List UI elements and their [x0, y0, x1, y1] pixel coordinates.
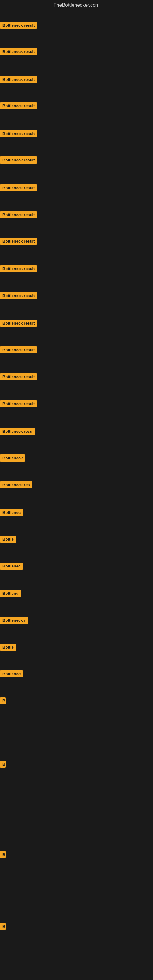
bottleneck-badge-27: B [0, 761, 5, 768]
bottleneck-item-24[interactable]: Bottle [0, 644, 16, 652]
bottleneck-badge-8: Bottleneck result [0, 211, 37, 218]
bottleneck-item-22[interactable]: Bottlend [0, 590, 21, 598]
bottleneck-badge-10: Bottleneck result [0, 265, 37, 272]
bottleneck-item-11[interactable]: Bottleneck result [0, 292, 37, 301]
bottleneck-badge-15: Bottleneck result [0, 400, 37, 407]
bottleneck-item-28[interactable]: B [0, 851, 5, 859]
bottleneck-badge-4: Bottleneck result [0, 102, 37, 109]
bottleneck-item-5[interactable]: Bottleneck result [0, 130, 37, 138]
bottleneck-badge-2: Bottleneck result [0, 48, 37, 55]
bottleneck-item-26[interactable]: B [0, 697, 5, 706]
bottleneck-badge-22: Bottlend [0, 590, 21, 597]
bottleneck-item-3[interactable]: Bottleneck result [0, 76, 37, 84]
bottleneck-item-2[interactable]: Bottleneck result [0, 48, 37, 56]
bottleneck-badge-7: Bottleneck result [0, 185, 37, 191]
bottleneck-badge-12: Bottleneck result [0, 320, 37, 327]
bottleneck-badge-17: Bottleneck [0, 455, 25, 461]
bottleneck-badge-20: Bottle [0, 536, 16, 542]
bottleneck-badge-16: Bottleneck resu [0, 428, 35, 435]
bottleneck-badge-13: Bottleneck result [0, 346, 37, 353]
bottleneck-badge-6: Bottleneck result [0, 156, 37, 164]
bottleneck-badge-23: Bottleneck r [0, 617, 28, 624]
bottleneck-item-21[interactable]: Bottlenec [0, 563, 23, 571]
bottleneck-badge-21: Bottlenec [0, 563, 23, 570]
bottleneck-item-14[interactable]: Bottleneck result [0, 373, 37, 382]
bottleneck-item-7[interactable]: Bottleneck result [0, 185, 37, 192]
bottleneck-item-18[interactable]: Bottleneck res [0, 481, 32, 490]
bottleneck-item-1[interactable]: Bottleneck result [0, 22, 37, 30]
bottleneck-badge-1: Bottleneck result [0, 22, 37, 29]
bottleneck-item-13[interactable]: Bottleneck result [0, 346, 37, 355]
bottleneck-badge-29: B [0, 923, 5, 930]
bottleneck-badge-14: Bottleneck result [0, 373, 37, 380]
bottleneck-badge-19: Bottlenec [0, 509, 23, 516]
bottleneck-badge-26: B [0, 697, 5, 705]
bottleneck-item-10[interactable]: Bottleneck result [0, 265, 37, 274]
bottleneck-badge-5: Bottleneck result [0, 130, 37, 137]
site-title: TheBottlenecker.com [0, 0, 153, 10]
bottleneck-item-25[interactable]: Bottlenec [0, 670, 23, 679]
bottleneck-item-9[interactable]: Bottleneck result [0, 238, 37, 246]
bottleneck-item-8[interactable]: Bottleneck result [0, 211, 37, 220]
bottleneck-item-15[interactable]: Bottleneck result [0, 400, 37, 409]
bottleneck-badge-18: Bottleneck res [0, 481, 32, 488]
bottleneck-badge-24: Bottle [0, 644, 16, 651]
bottleneck-badge-9: Bottleneck result [0, 238, 37, 245]
bottleneck-item-12[interactable]: Bottleneck result [0, 320, 37, 328]
bottleneck-item-19[interactable]: Bottlenec [0, 509, 23, 517]
bottleneck-badge-25: Bottlenec [0, 670, 23, 678]
bottleneck-item-6[interactable]: Bottleneck result [0, 156, 37, 165]
bottleneck-item-23[interactable]: Bottleneck r [0, 617, 28, 625]
bottleneck-item-20[interactable]: Bottle [0, 536, 16, 544]
bottleneck-item-16[interactable]: Bottleneck resu [0, 428, 35, 436]
bottleneck-item-17[interactable]: Bottleneck [0, 455, 25, 463]
bottleneck-item-4[interactable]: Bottleneck result [0, 102, 37, 111]
bottleneck-badge-28: B [0, 851, 5, 858]
bottleneck-badge-11: Bottleneck result [0, 292, 37, 299]
bottleneck-badge-3: Bottleneck result [0, 76, 37, 83]
bottleneck-item-29[interactable]: B [0, 923, 5, 931]
bottleneck-item-27[interactable]: B [0, 761, 5, 769]
